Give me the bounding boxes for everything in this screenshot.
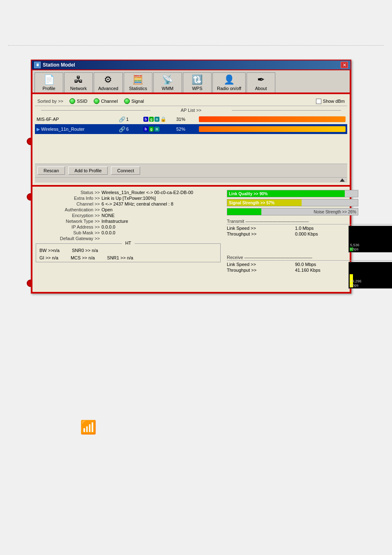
status-val-extra: Link is Up [TxPower:100%] [101, 196, 156, 201]
rescan-button[interactable]: Rescan [37, 166, 65, 175]
title-icon: 🖥 [34, 62, 41, 68]
channel-indicator [94, 98, 99, 104]
mode-g-1: g [149, 117, 154, 122]
show-dbm-checkbox[interactable] [316, 99, 321, 104]
ap-row-1[interactable]: MIS-6F-AP 🔗1 b g n 🔒 31% [35, 114, 347, 124]
tab-statistics[interactable]: 🧮 Statistics [124, 72, 152, 92]
sort-signal[interactable]: Signal [124, 98, 144, 104]
wps-icon: 🔃 [191, 74, 203, 85]
tab-wps-label: WPS [192, 86, 202, 91]
tab-advanced-label: Advanced [98, 86, 118, 91]
collapse-button[interactable] [340, 178, 345, 182]
tx-throughput-key: Throughput >> [227, 231, 293, 236]
window-title: Station Model [43, 62, 75, 68]
status-val-channel: 6 <-> 2437 MHz; central channel : 8 [101, 201, 173, 206]
rx-link-speed-val: 90.0 Mbps [295, 262, 344, 267]
rx-link-speed-row: Link Speed >> 90.0 Mbps [227, 262, 344, 267]
noise-strength-bar [227, 208, 261, 215]
tab-statistics-label: Statistics [129, 86, 147, 91]
status-row-nettype: Network Type >> Infrastructure [36, 219, 221, 224]
ap-row-2[interactable]: ▶Wireless_11n_Router 🔗6 b g n 52% [35, 124, 347, 134]
wmm-icon: 📡 [162, 74, 173, 85]
tx-throughput-val: 0.000 Kbps [295, 231, 344, 236]
tab-network-label: Network [70, 86, 87, 91]
status-right: Link Quality >> 90% Signal Strength >> 5… [227, 190, 392, 289]
signal-strength-bar: Signal Strength >> 57% [227, 199, 302, 206]
statistics-icon: 🧮 [132, 74, 143, 85]
link-quality-bar-container: Link Quality >> 90% [227, 190, 358, 197]
mode-n-1: n [154, 117, 159, 122]
ap-name-1: MIS-6F-AP [37, 117, 119, 122]
tab-radio[interactable]: 👤 Radio on/off [212, 72, 246, 92]
tab-wmm-label: WMM [162, 86, 174, 91]
ht-section: HT BW >>n/a SNR0 >> n/a GI >> n/a MCS >>… [36, 243, 221, 262]
status-grid: Status >> Wireless_11n_Router <-> 00-c0-… [36, 190, 346, 289]
status-val-enc: NONE [101, 213, 115, 218]
ap-name-2: ▶Wireless_11n_Router [37, 127, 119, 132]
ssid-indicator [69, 98, 75, 104]
sort-channel[interactable]: Channel [94, 98, 118, 104]
sort-signal-label: Signal [131, 99, 144, 104]
mode-b-2: b [143, 127, 148, 132]
link-quality-bar: Link Quality >> 90% [227, 190, 345, 197]
mode-b-1: b [143, 117, 148, 122]
main-window: 🖥 Station Model ✕ 📄 Profile 🖧 Network ⚙ … [31, 60, 351, 294]
rx-kbps: 49,296Kbps [350, 279, 362, 287]
separator-line [8, 45, 384, 46]
status-panel: Status >> Wireless_11n_Router <-> 00-c0-… [32, 186, 350, 293]
button-row: Rescan Add to Profile Connect [35, 164, 347, 177]
signal-strength-bar-container: Signal Strength >> 57% [227, 199, 358, 206]
mode-n-2: n [154, 127, 159, 132]
status-row-extra: Extra Info >> Link is Up [TxPower:100%] [36, 196, 221, 201]
ht-snr1: SNR1 >> n/a [107, 255, 134, 260]
sort-ssid-label: SSID [77, 99, 88, 104]
receive-label: Receive ——————————————— [227, 255, 392, 261]
status-key-enc: Encryption >> [36, 213, 101, 218]
title-bar: 🖥 Station Model ✕ [32, 60, 350, 69]
transmit-label: Transmit —————————————— [227, 219, 392, 224]
signal-indicator [124, 98, 130, 104]
status-key-mask: Sub Mask >> [36, 230, 101, 235]
transmit-content: Link Speed >> 1.0 Mbps Throughput >> 0.0… [227, 226, 392, 252]
tx-kbps: 5,536Kbps [350, 243, 360, 251]
ht-title: HT [122, 240, 135, 245]
tab-advanced[interactable]: ⚙ Advanced [94, 72, 123, 92]
tab-bar: 📄 Profile 🖧 Network ⚙ Advanced 🧮 Statist… [32, 69, 350, 93]
sort-channel-label: Channel [101, 99, 118, 104]
signal-bar-1 [199, 116, 346, 122]
tab-wmm[interactable]: 📡 WMM [153, 72, 182, 92]
show-dbm-container: Show dBm [316, 99, 345, 104]
status-val-mask: 0.0.0.0 [101, 230, 115, 235]
status-key-gw: Default Gateway >> [36, 236, 101, 241]
radio-icon: 👤 [224, 74, 235, 85]
add-profile-button[interactable]: Add to Profile [68, 166, 108, 175]
ap-list-header: AP List >> [35, 108, 347, 113]
ht-row2: GI >> n/a MCS >> n/a SNR1 >> n/a [39, 255, 217, 260]
tab-profile[interactable]: 📄 Profile [35, 72, 63, 92]
tab-network[interactable]: 🖧 Network [64, 72, 93, 92]
tab-wps[interactable]: 🔃 WPS [183, 72, 212, 92]
receive-chart: Max 49,296Kbps [348, 262, 392, 289]
receive-section: Receive ——————————————— Link Speed >> 90… [227, 255, 392, 289]
signal-bar-2 [199, 126, 346, 132]
profile-icon: 📄 [44, 74, 55, 85]
about-icon: ✒ [257, 74, 265, 85]
transmit-section: Transmit —————————————— Link Speed >> 1.… [227, 219, 392, 252]
connect-button[interactable]: Connect [111, 166, 140, 175]
tab-profile-label: Profile [42, 86, 55, 91]
ap-panel: Sorted by >> SSID Channel Signal Show dB… [32, 93, 350, 186]
status-val-auth: Open [101, 207, 113, 212]
close-button[interactable]: ✕ [341, 62, 348, 68]
ap-list-area: MIS-6F-AP 🔗1 b g n 🔒 31% ▶Wireless_11n_R… [35, 114, 347, 164]
ap-modes-2: b g n [143, 127, 176, 132]
show-dbm-label: Show dBm [323, 99, 345, 104]
advanced-icon: ⚙ [104, 74, 112, 85]
sort-row: Sorted by >> SSID Channel Signal Show dB… [35, 97, 347, 106]
rx-throughput-key: Throughput >> [227, 268, 293, 273]
status-val-status: Wireless_11n_Router <-> 00-c0-ca-E2-DB-0… [101, 190, 193, 195]
ap-signal-pct-2: 52% [176, 127, 199, 132]
status-key-ip: IP Address >> [36, 224, 101, 229]
sort-ssid[interactable]: SSID [69, 98, 88, 104]
receive-content: Link Speed >> 90.0 Mbps Throughput >> 41… [227, 262, 392, 289]
tab-about[interactable]: ✒ About [247, 72, 275, 92]
